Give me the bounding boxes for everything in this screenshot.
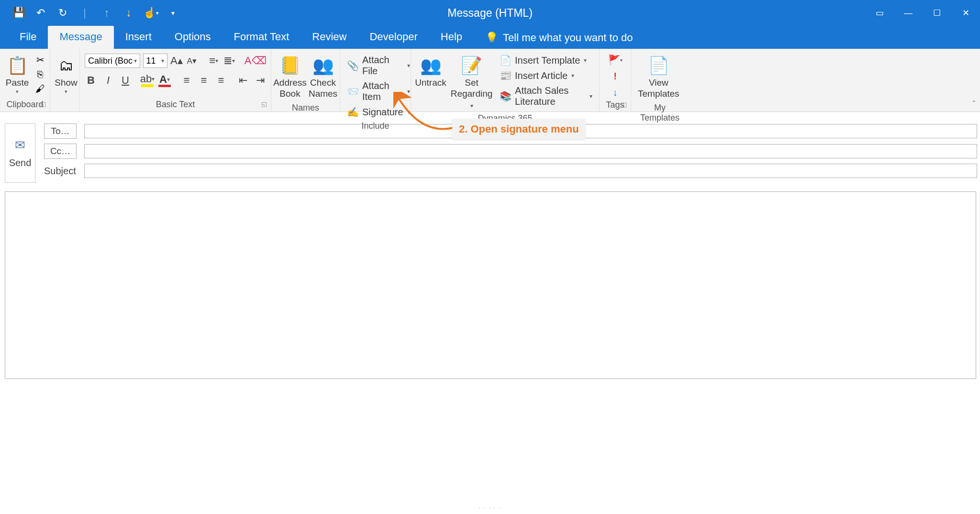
format-painter-icon[interactable]: 🖌 [33,82,47,95]
cc-input[interactable] [84,144,977,158]
set-regarding-button[interactable]: 📝 Set Regarding ▾ [449,52,494,112]
align-center-icon[interactable]: ≡ [198,74,210,87]
touch-icon[interactable]: ☝▾ [144,6,157,20]
view-templates-button[interactable]: 📄 View Templates [634,52,683,101]
down-arrow-icon[interactable]: ↓ [122,6,135,20]
collapse-ribbon-icon[interactable]: ˆ [973,100,975,109]
view-templates-icon: 📄 [648,54,669,78]
copy-icon[interactable]: ⎘ [33,68,47,80]
attach-item-label: Attach Item [362,80,403,102]
quick-access-toolbar: 💾 ↶ ↻ | ↑ ↓ ☝▾ ▾ [0,6,179,20]
cut-icon[interactable]: ✂ [33,54,47,66]
ribbon: 📋 Paste ▾ ✂ ⎘ 🖌 Clipboard◱ 🗂 Show ▾ [0,49,980,112]
clear-formatting-icon[interactable]: A⌫ [245,54,266,67]
close-button[interactable]: ✕ [951,0,980,26]
title-bar: 💾 ↶ ↻ | ↑ ↓ ☝▾ ▾ Message (HTML) ▭ — ☐ ✕ [0,0,980,26]
bold-button[interactable]: B [85,74,97,87]
shrink-font-icon[interactable]: A▾ [186,54,198,67]
to-button[interactable]: To… [44,123,77,139]
tab-file[interactable]: File [8,26,48,49]
envelope-icon: ✉ [15,138,25,153]
names-group-label: Names [274,101,337,115]
check-names-label: Check Names [309,78,337,100]
tab-developer[interactable]: Developer [358,26,429,49]
underline-button[interactable]: U [119,74,132,87]
increase-indent-icon[interactable]: ⇥ [254,74,267,87]
sales-literature-icon: 📚 [500,90,511,102]
lightbulb-icon: 💡 [485,32,498,44]
font-size-dropdown[interactable]: 11▾ [143,54,167,68]
align-left-icon[interactable]: ≡ [180,74,193,87]
cc-button[interactable]: Cc… [44,144,77,159]
paste-button[interactable]: 📋 Paste ▾ [3,52,32,97]
ribbon-tabs: File Message Insert Options Format Text … [0,26,980,49]
customize-qat-icon[interactable]: ▾ [166,6,179,20]
send-button[interactable]: ✉ Send [5,123,35,183]
show-button[interactable]: 🗂 Show ▾ [53,52,79,97]
align-right-icon[interactable]: ≡ [215,74,227,87]
highlight-color-button[interactable]: ab▾ [141,74,154,87]
attach-file-button[interactable]: 📎Attach File▾ [343,53,414,78]
paste-label: Paste [6,78,29,89]
tab-format-text[interactable]: Format Text [223,26,301,49]
template-icon: 📄 [500,55,511,66]
pages-icon: 🗂 [59,54,73,78]
attach-sales-label: Attach Sales Literature [515,85,586,107]
group-my-templates: 📄 View Templates My Templates [631,49,689,112]
annotation-callout: 2. Open signature menu [452,119,586,140]
italic-button[interactable]: I [102,74,114,87]
check-names-icon: 👥 [312,54,334,78]
address-book-button[interactable]: 📒 Address Book [274,52,306,101]
tab-message[interactable]: Message [48,26,113,49]
insert-template-button[interactable]: 📄Insert Template▾ [496,53,596,68]
my-templates-group-label: My Templates [634,101,686,125]
low-importance-icon[interactable]: ↓ [609,86,622,99]
tab-review[interactable]: Review [301,26,358,49]
subject-input[interactable] [84,164,977,178]
clipboard-group-label: Clipboard [6,100,43,109]
tags-launcher-icon[interactable]: ◱ [621,101,627,108]
font-name-dropdown[interactable]: Calibri (Boc▾ [85,54,140,68]
tell-me-search[interactable]: 💡 Tell me what you want to do [474,27,644,49]
group-names: 📒 Address Book 👥 Check Names Names [271,49,340,112]
signature-button[interactable]: ✍Signature▾ [343,104,414,120]
bullets-icon[interactable]: ≡▾ [208,54,220,67]
font-name-value: Calibri (Boc [88,56,133,66]
grow-font-icon[interactable]: A▴ [170,54,183,67]
attach-sales-button[interactable]: 📚Attach Sales Literature▾ [496,83,596,109]
tab-help[interactable]: Help [429,26,474,49]
untrack-button[interactable]: 👥 Untrack [414,52,447,90]
group-dynamics: 👥 Untrack 📝 Set Regarding ▾ 📄Insert Temp… [411,49,600,112]
decrease-indent-icon[interactable]: ⇤ [237,74,249,87]
check-names-button[interactable]: 👥 Check Names [308,52,338,101]
redo-icon[interactable]: ↻ [56,6,69,20]
font-color-button[interactable]: A▾ [158,74,171,87]
tell-me-label: Tell me what you want to do [503,32,633,44]
maximize-button[interactable]: ☐ [923,0,951,26]
clipboard-icon: 📋 [7,54,28,78]
group-basic-text: Calibri (Boc▾ 11▾ A▴ A▾ ≡▾ ≣▾ A⌫ B I U a… [80,49,271,112]
high-importance-icon[interactable]: ! [609,70,622,82]
insert-template-label: Insert Template [515,55,580,66]
up-arrow-icon[interactable]: ↑ [100,6,113,20]
ribbon-display-icon[interactable]: ▭ [865,0,894,26]
attach-item-icon: 📨 [347,86,358,97]
untrack-label: Untrack [415,78,446,89]
message-body[interactable] [5,191,976,379]
undo-icon[interactable]: ↶ [34,6,47,20]
follow-up-icon[interactable]: 🚩▾ [609,54,622,66]
numbering-icon[interactable]: ≣▾ [223,54,235,67]
tab-options[interactable]: Options [163,26,223,49]
minimize-button[interactable]: — [894,0,923,26]
group-show: 🗂 Show ▾ [50,49,80,112]
subject-label: Subject [44,166,77,177]
tab-insert[interactable]: Insert [114,26,163,49]
save-icon[interactable]: 💾 [12,6,25,20]
resize-grip-icon: · · · · · [479,504,501,511]
basic-text-launcher-icon[interactable]: ◱ [261,101,267,108]
clipboard-launcher-icon[interactable]: ◱ [40,101,46,108]
show-label: Show [55,78,78,89]
insert-article-button[interactable]: 📰Insert Article▾ [496,68,596,83]
signature-icon: ✍ [347,106,358,118]
attach-item-button[interactable]: 📨Attach Item▾ [343,78,414,104]
